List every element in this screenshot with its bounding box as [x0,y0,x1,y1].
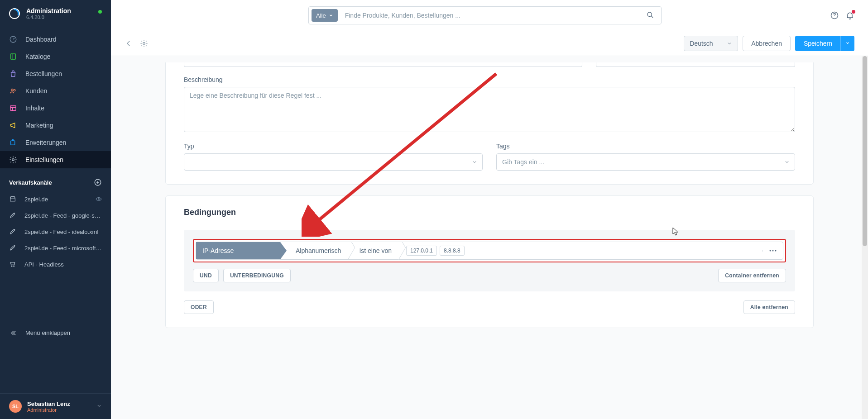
notification-badge [852,10,855,14]
bag-icon [9,70,17,78]
svg-point-3 [11,89,14,91]
sales-channel-item[interactable]: 2spiel.de - Feed - microsoft-ads.... [0,240,111,256]
book-icon [9,52,17,61]
status-dot-icon [98,10,102,14]
svg-point-12 [14,266,14,267]
megaphone-icon [9,121,17,129]
nav-label: Kunden [25,87,47,95]
rule-form-card: Beschreibung Typ Tags [165,62,814,185]
sales-channel-item[interactable]: API - Headless [0,256,111,272]
search-input[interactable] [340,12,639,19]
rule-operator-selector[interactable]: Ist eine von [350,242,401,259]
sales-channel-label: 2spiel.de - Feed - google-shoppi... [24,212,102,219]
save-button[interactable]: Speichern [795,36,840,51]
sales-channel-item[interactable]: 2spiel.de - Feed - idealo.xml [0,224,111,240]
type-select[interactable] [184,153,483,171]
condition-container: IP-Adresse Alphanumerisch Ist eine von 1… [184,230,795,291]
language-selector[interactable]: Deutsch [684,36,738,51]
sidebar-item-marketing[interactable]: Marketing [0,117,111,134]
search-scope-selector[interactable]: Alle [312,9,338,22]
sidebar-footer[interactable]: SL Sebastian Lenz Administrator [0,393,111,419]
sidebar-item-extensions[interactable]: Erweiterungen [0,134,111,151]
sales-channel-item[interactable]: 2spiel.de - Feed - google-shoppi... [0,207,111,224]
conditions-title: Bedingungen [184,196,795,221]
sidebar-item-catalogs[interactable]: Kataloge [0,48,111,65]
and-button[interactable]: UND [193,269,219,282]
sidebar-item-dashboard[interactable]: Dashboard [0,31,111,48]
rule-values[interactable]: 127.0.0.1 8.8.8.8 [401,246,762,256]
description-label: Beschreibung [184,76,795,83]
back-button[interactable] [125,39,133,48]
rocket-icon [9,244,16,252]
save-dropdown[interactable] [840,36,854,51]
rule-operator-label: Ist eine von [359,247,392,254]
sidebar-item-settings[interactable]: Einstellungen [0,151,111,168]
user-name: Sebastian Lenz [27,400,70,407]
conditions-card: Bedingungen IP-Adresse Alphanumerisch [165,195,814,328]
or-button[interactable]: ODER [184,300,214,314]
app-title: Administration [26,7,71,14]
scrollbar[interactable] [862,56,868,419]
rule-format-selector[interactable]: Alphanumerisch [287,242,350,259]
svg-point-18 [772,250,774,252]
rule-value-tag: 8.8.8.8 [440,246,465,256]
sidebar-item-customers[interactable]: Kunden [0,82,111,100]
puzzle-icon [9,138,17,147]
nav-label: Kataloge [25,53,50,60]
collapse-icon [9,329,17,337]
sidebar-item-orders[interactable]: Bestellungen [0,65,111,82]
help-icon[interactable] [830,11,839,20]
svg-point-15 [143,43,145,45]
rule-field-selector[interactable]: IP-Adresse [196,242,287,259]
sales-channels-header: Verkaufskanäle [0,172,111,191]
gauge-icon [9,35,17,43]
rule-field-label: IP-Adresse [202,247,234,254]
cancel-button[interactable]: Abbrechen [743,36,791,51]
description-textarea[interactable] [184,87,795,132]
tags-label: Tags [496,143,795,150]
avatar: SL [9,400,22,413]
sales-channel-label: 2spiel.de - Feed - idealo.xml [24,229,102,235]
actionbar: Deutsch Abbrechen Speichern [111,31,868,56]
global-search: Alle [308,6,662,24]
nav-label: Dashboard [25,36,57,43]
svg-point-8 [12,159,14,161]
gear-icon [9,156,17,164]
rule-context-menu[interactable] [762,250,783,252]
rocket-icon [9,228,16,235]
search-button[interactable] [639,11,661,20]
sidebar-item-content[interactable]: Inhalte [0,100,111,117]
nav-label: Erweiterungen [25,139,66,146]
subcondition-button[interactable]: UNTERBEDINGUNG [223,269,291,282]
nav-label: Einstellungen [25,156,63,163]
remove-all-button[interactable]: Alle entfernen [743,300,795,314]
svg-point-17 [770,250,771,252]
language-label: Deutsch [690,40,713,47]
layout-icon [9,104,17,112]
remove-container-button[interactable]: Container entfernen [718,269,786,282]
content: Beschreibung Typ Tags [111,56,868,419]
sales-channel-label: 2spiel.de [24,196,92,203]
collapse-label: Menü einklappen [25,329,70,336]
scrollbar-thumb[interactable] [863,56,867,246]
collapse-menu[interactable]: Menü einklappen [0,324,111,342]
sales-channel-item[interactable]: 2spiel.de [0,191,111,207]
sidebar: Administration 6.4.20.0 Dashboard Katalo… [0,0,111,419]
rule-format-label: Alphanumerisch [296,247,341,254]
notifications-icon[interactable] [845,11,854,20]
rocket-icon [9,212,16,219]
tags-input[interactable] [496,153,795,171]
topbar: Alle [111,0,868,31]
sales-channel-label: 2spiel.de - Feed - microsoft-ads.... [24,245,102,252]
cart-icon [9,261,16,268]
svg-point-13 [647,12,652,16]
add-sales-channel-icon[interactable] [94,178,102,186]
svg-rect-2 [11,54,16,59]
user-role: Administrator [27,407,70,413]
store-icon [9,195,16,203]
svg-point-11 [11,266,12,267]
sales-channel-label: API - Headless [24,261,102,268]
page-settings-icon[interactable] [140,39,148,48]
sales-header-label: Verkaufskanäle [9,179,52,186]
type-label: Typ [184,143,483,150]
